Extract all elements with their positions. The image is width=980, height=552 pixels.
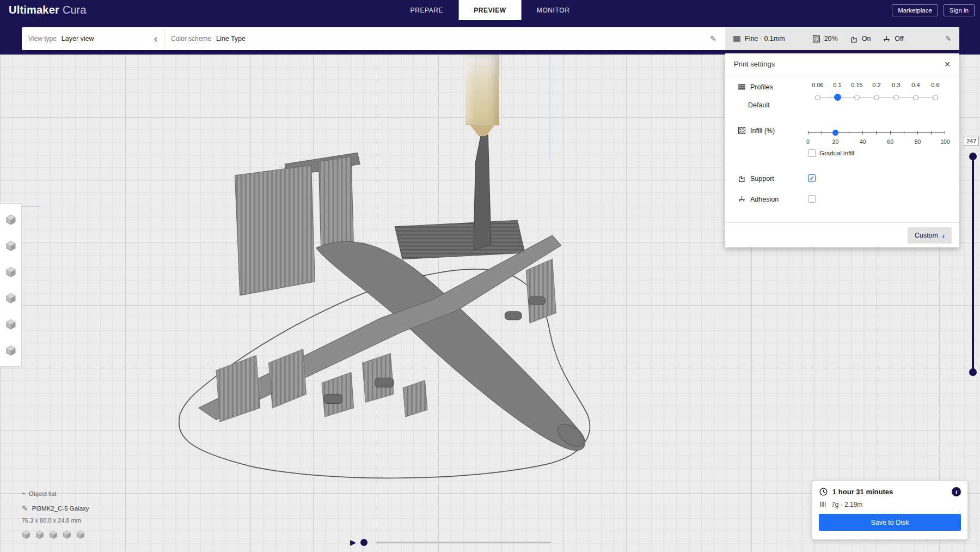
profile-stop-0.1[interactable] <box>828 94 847 102</box>
color-scheme-section: Color scheme Line Type ✎ <box>164 27 725 50</box>
support-icon <box>850 35 858 43</box>
object-dimensions: 76.3 x 80.0 x 24.8 mm <box>22 517 147 524</box>
tail-support-block <box>235 165 315 295</box>
profile-stop-0.4[interactable] <box>906 94 926 102</box>
object-list-panel: › Object list ✎ PI3MK2_C-5 Galaxy 76.3 x… <box>22 489 147 541</box>
material-row: 7g · 2.19m <box>819 500 961 508</box>
signin-button[interactable]: Sign in <box>944 4 975 16</box>
print-settings-title: Print settings <box>734 60 775 68</box>
profile-stop-0.06[interactable] <box>808 94 828 102</box>
print-settings-summary-bar[interactable]: Fine - 0.1mm 20% On Off ✎ <box>725 27 959 50</box>
cura-window: Ultimaker Cura PREPARE PREVIEW MONITOR M… <box>0 0 980 552</box>
object-list-toggle[interactable]: › Object list <box>22 489 147 498</box>
view-type-label: View type <box>28 35 57 43</box>
profiles-label: Profiles <box>750 83 773 91</box>
print-job-card: 1 hour 31 minutes i 7g · 2.19m Save to D… <box>812 481 967 539</box>
print-settings-header: Print settings ✕ <box>725 53 959 75</box>
object-rename-icon[interactable]: ✎ <box>22 504 28 513</box>
print-head <box>465 54 499 125</box>
adhesion-label: Adhesion <box>750 196 779 203</box>
view-type-dropdown[interactable]: Layer view <box>62 35 94 43</box>
infill-summary: 20% <box>812 35 838 43</box>
support-summary: On <box>850 35 871 43</box>
tool-mirror-button[interactable] <box>0 285 21 311</box>
tool-per-model-settings-button[interactable] <box>0 311 21 337</box>
object-cube-icon[interactable] <box>22 530 30 541</box>
print-settings-panel: Print settings ✕ Profiles Default 0.06 0… <box>725 53 959 247</box>
infill-icon <box>812 35 820 43</box>
tab-monitor[interactable]: MONITOR <box>522 0 585 20</box>
infill-label: Infill (%) <box>750 127 775 135</box>
infill-summary-text: 20% <box>824 35 838 43</box>
tool-scale-button[interactable] <box>0 233 21 259</box>
profile-slider[interactable] <box>808 94 945 102</box>
support-icon <box>738 174 746 183</box>
view-type-section: View type Layer view ‹ <box>22 27 164 50</box>
collapse-panel-icon[interactable]: ‹ <box>154 35 157 43</box>
save-to-disk-button[interactable]: Save to Disk <box>819 514 961 531</box>
app-logo: Ultimaker Cura <box>9 0 86 20</box>
view-edit-icon[interactable]: ✎ <box>710 34 716 43</box>
infill-tick-labels: 0 20 40 60 80 100 <box>808 138 945 145</box>
tool-move-button[interactable] <box>0 207 21 233</box>
gradual-infill-option[interactable]: Gradual infill <box>808 149 854 157</box>
gradual-infill-label: Gradual infill <box>819 150 854 156</box>
profile-stop-0.2[interactable] <box>867 94 886 102</box>
print-time-estimate: 1 hour 31 minutes <box>832 488 893 496</box>
infill-icon <box>738 126 746 135</box>
brand-product: Cura <box>63 4 86 16</box>
play-button[interactable]: ▶ <box>350 538 356 547</box>
adhesion-icon <box>738 195 746 203</box>
adhesion-summary-text: Off <box>895 35 903 43</box>
object-list-header: Object list <box>29 490 57 497</box>
layer-slider-track[interactable] <box>972 153 974 376</box>
chevron-up-icon: › <box>19 493 27 495</box>
object-icons-row <box>22 530 147 541</box>
support-row: Support ✓ <box>725 173 959 186</box>
profiles-row: Profiles Default 0.06 0.1 0.15 0.2 0.3 0… <box>725 82 959 117</box>
gradual-infill-checkbox[interactable] <box>808 149 816 157</box>
profile-summary: Fine - 0.1mm <box>733 35 785 43</box>
tool-rotate-button[interactable] <box>0 259 21 285</box>
infill-slider-handle[interactable] <box>832 130 838 136</box>
support-summary-text: On <box>862 35 871 43</box>
sliced-model-airplane[interactable] <box>175 125 600 482</box>
simulation-scrub-handle[interactable] <box>360 539 367 546</box>
profile-value-labels: 0.06 0.1 0.15 0.2 0.3 0.4 0.6 <box>808 82 945 88</box>
adhesion-checkbox[interactable] <box>808 195 816 203</box>
object-cube-icon[interactable] <box>76 530 85 541</box>
profile-layers-icon <box>738 83 746 91</box>
layer-slider-top-handle[interactable] <box>969 153 977 160</box>
custom-settings-button[interactable]: Custom › <box>908 227 952 244</box>
object-list-item[interactable]: ✎ PI3MK2_C-5 Galaxy <box>22 504 147 513</box>
layer-slider-bottom-handle[interactable] <box>969 368 977 376</box>
object-cube-icon[interactable] <box>49 530 58 541</box>
adhesion-row: Adhesion <box>725 194 959 207</box>
info-icon[interactable]: i <box>952 487 961 496</box>
profile-layers-icon <box>733 35 741 43</box>
simulation-scrub-track[interactable] <box>376 542 551 543</box>
tool-support-blocker-button[interactable] <box>0 337 21 363</box>
material-estimate: 7g · 2.19m <box>831 501 862 508</box>
tab-preview[interactable]: PREVIEW <box>458 0 522 20</box>
current-layer-value: 247 <box>964 137 979 145</box>
print-settings-edit-icon[interactable]: ✎ <box>945 34 952 43</box>
tab-prepare[interactable]: PREPARE <box>395 0 459 20</box>
stage-tabs: PREPARE PREVIEW MONITOR <box>395 0 585 20</box>
object-cube-icon[interactable] <box>63 530 71 541</box>
support-checkbox[interactable]: ✓ <box>808 174 816 182</box>
chevron-right-icon: › <box>942 231 945 240</box>
profile-stop-0.3[interactable] <box>886 94 906 102</box>
profile-stop-0.15[interactable] <box>847 94 867 102</box>
profile-stop-0.6[interactable] <box>926 94 945 102</box>
infill-slider[interactable] <box>808 130 945 136</box>
close-icon[interactable]: ✕ <box>944 60 951 69</box>
marketplace-button[interactable]: Marketplace <box>892 4 938 16</box>
tool-sidebar <box>0 203 22 367</box>
color-scheme-dropdown[interactable]: Line Type <box>216 35 246 43</box>
support-label: Support <box>750 175 774 183</box>
material-icon <box>819 500 827 508</box>
header-band: Ultimaker Cura PREPARE PREVIEW MONITOR M… <box>0 0 980 54</box>
object-cube-icon[interactable] <box>35 530 44 541</box>
default-profile-label: Default <box>748 101 770 109</box>
